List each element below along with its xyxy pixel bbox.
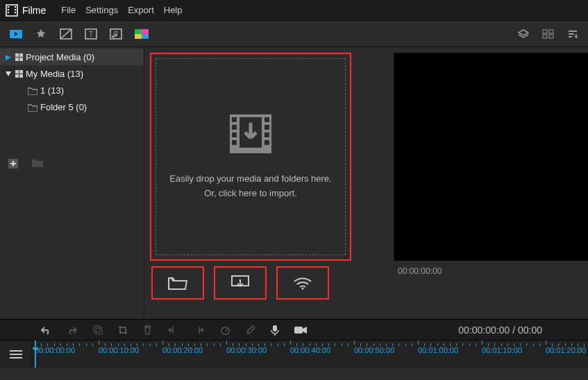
svg-rect-16 — [135, 34, 142, 39]
svg-rect-20 — [543, 35, 547, 38]
delete-icon[interactable] — [143, 325, 152, 335]
menu-bar: File Settings Export Help — [61, 5, 182, 15]
ruler-mark: 00:00:30:00 — [226, 340, 267, 354]
svg-rect-33 — [264, 140, 269, 145]
svg-rect-2 — [8, 9, 9, 10]
wifi-icon — [293, 276, 312, 290]
preview-pane: 00:00:00:00 — [394, 47, 588, 319]
tree-folder-5[interactable]: Folder 5 (0) — [0, 98, 144, 115]
svg-rect-37 — [94, 326, 100, 332]
undo-icon[interactable] — [40, 325, 51, 335]
menu-file[interactable]: File — [61, 5, 76, 15]
audio-tab-icon[interactable] — [110, 28, 122, 40]
svg-text:T: T — [89, 30, 94, 38]
tool-strip: T — [0, 21, 588, 47]
svg-rect-30 — [264, 117, 269, 122]
svg-rect-28 — [232, 132, 237, 137]
dropzone-highlight: Easily drop your media and folders here.… — [150, 53, 351, 261]
speed-icon[interactable] — [220, 325, 230, 335]
folder-icon — [28, 87, 37, 94]
grid-view-icon[interactable] — [542, 28, 555, 40]
layers-icon[interactable] — [517, 28, 530, 40]
svg-rect-15 — [142, 29, 149, 34]
copy-icon[interactable] — [93, 325, 103, 335]
tree-folder-1[interactable]: 1 (13) — [0, 82, 144, 98]
timeline-menu-icon[interactable] — [0, 340, 32, 368]
tree-my-media[interactable]: My Media (13) — [0, 65, 144, 82]
play-arrow-icon — [4, 52, 12, 62]
ruler-mark: 00:01:20:00 — [546, 340, 586, 354]
media-panel: Easily drop your media and folders here.… — [144, 47, 394, 319]
camera-icon[interactable] — [294, 326, 307, 334]
dropzone-text-2: Or, click here to import. — [204, 187, 297, 201]
svg-rect-32 — [264, 132, 269, 137]
import-dropzone[interactable]: Easily drop your media and folders here.… — [156, 58, 346, 255]
app-logo: Filme — [6, 4, 46, 17]
tree-label: My Media (13) — [26, 69, 83, 79]
folder-dim-icon[interactable] — [32, 159, 43, 171]
device-download-icon — [231, 275, 249, 291]
edit-icon[interactable] — [246, 325, 255, 335]
ruler-mark: 00:00:40:00 — [290, 340, 330, 354]
chevron-down-icon — [4, 69, 12, 79]
folder-icon — [28, 103, 37, 110]
svg-marker-42 — [303, 327, 307, 334]
tree-label: 1 (13) — [40, 85, 64, 96]
split-fwd-icon[interactable] — [194, 326, 205, 334]
svg-rect-27 — [232, 125, 237, 130]
media-tree: Project Media (0) My Media (13) 1 (13) — [0, 47, 144, 319]
effects-tab-icon[interactable] — [35, 28, 47, 40]
tree-label: Folder 5 (0) — [40, 102, 87, 112]
svg-marker-22 — [6, 55, 11, 60]
svg-rect-1 — [8, 6, 9, 8]
svg-line-10 — [60, 29, 72, 39]
menu-help[interactable]: Help — [164, 5, 183, 15]
timeline-track[interactable] — [0, 368, 588, 380]
ruler-mark: 00:00:20:00 — [162, 340, 203, 354]
crop-icon[interactable] — [118, 325, 128, 335]
import-wireless-button[interactable] — [276, 266, 329, 300]
preview-timecode: 00:00:00:00 — [394, 261, 588, 276]
ruler-mark: 00:00:50:00 — [354, 340, 394, 354]
app-name: Filme — [22, 5, 46, 16]
svg-rect-40 — [273, 325, 277, 331]
media-tab-icon[interactable] — [10, 28, 22, 40]
svg-rect-26 — [232, 117, 237, 122]
preview-viewport[interactable] — [394, 53, 588, 261]
ruler-mark: 00:00:00:00 — [35, 340, 75, 354]
tree-label: Project Media (0) — [26, 52, 94, 62]
svg-rect-31 — [264, 125, 269, 130]
import-media-icon — [228, 113, 273, 157]
svg-rect-29 — [232, 140, 237, 145]
text-tab-icon[interactable]: T — [85, 28, 97, 40]
title-bar: Filme File Settings Export Help — [0, 0, 588, 21]
svg-rect-17 — [142, 34, 149, 39]
svg-rect-3 — [8, 12, 9, 13]
ruler-mark: 00:01:10:00 — [482, 340, 522, 354]
timeline-ruler[interactable]: 00:00:00:0000:00:10:0000:00:20:0000:00:3… — [0, 340, 588, 368]
grid-icon — [15, 53, 23, 61]
redo-icon[interactable] — [67, 325, 78, 335]
svg-rect-21 — [549, 35, 553, 38]
menu-export[interactable]: Export — [128, 5, 154, 15]
svg-point-36 — [302, 288, 304, 290]
mic-icon[interactable] — [271, 325, 279, 336]
ruler-mark: 00:00:10:00 — [99, 340, 139, 354]
import-folder-button[interactable] — [151, 266, 204, 300]
color-bars-icon[interactable] — [135, 29, 149, 39]
import-device-button[interactable] — [214, 266, 267, 300]
split-back-icon[interactable] — [167, 326, 178, 334]
dropzone-text-1: Easily drop your media and folders here. — [169, 172, 331, 187]
transitions-tab-icon[interactable] — [60, 28, 72, 40]
svg-rect-5 — [15, 9, 16, 10]
ruler-mark: 00:01:00:00 — [418, 340, 458, 354]
svg-rect-18 — [543, 30, 547, 33]
sort-icon[interactable] — [567, 29, 578, 39]
global-timecode: 00:00:00:00 / 00:00 — [458, 325, 548, 336]
svg-rect-19 — [549, 30, 553, 33]
add-icon[interactable] — [8, 159, 18, 171]
sidebar-actions — [0, 155, 144, 175]
menu-settings[interactable]: Settings — [85, 5, 118, 15]
tree-project-media[interactable]: Project Media (0) — [0, 49, 144, 65]
svg-rect-38 — [96, 328, 102, 334]
